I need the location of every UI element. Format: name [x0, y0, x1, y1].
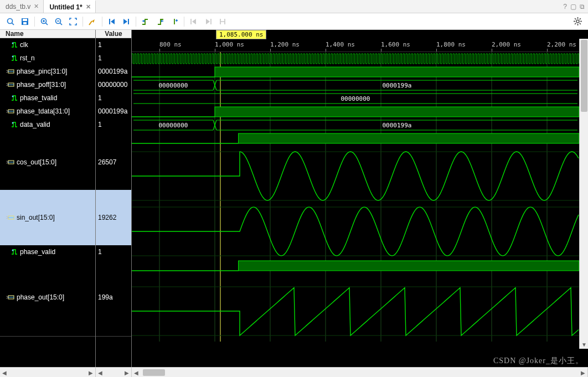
signal-row[interactable]: rst_n — [0, 51, 95, 65]
scroll-right-icon[interactable]: ▶ — [86, 368, 95, 377]
svg-marker-19 — [161, 20, 164, 22]
time-ruler[interactable]: 800 ns1,000 ns1,200 ns1,400 ns1,600 ns1,… — [132, 39, 588, 52]
zoom-fit-icon[interactable] — [66, 14, 80, 29]
toolbar-separator — [184, 17, 184, 27]
save-icon[interactable] — [18, 14, 32, 29]
zoom-out-icon[interactable] — [51, 14, 66, 29]
signal-value: 1 — [96, 51, 131, 65]
zoom-in-icon[interactable] — [37, 14, 51, 29]
ruler-tick: 1,200 ns — [270, 41, 300, 48]
prev-edge-icon[interactable] — [138, 14, 153, 29]
scroll-left-icon[interactable]: ◀ — [0, 368, 9, 377]
waveform-canvas[interactable]: 000000000000199a00000000000000000000199a — [132, 52, 588, 367]
help-icon[interactable]: ? — [563, 3, 567, 11]
svg-text:00000000: 00000000 — [159, 82, 188, 89]
svg-marker-15 — [111, 19, 115, 24]
scroll-right-icon[interactable]: ▶ — [122, 368, 131, 377]
settings-icon[interactable] — [570, 14, 585, 29]
svg-point-53 — [12, 250, 14, 251]
signal-label: phase_tvalid — [20, 94, 57, 102]
watermark: CSDN @Joker_是小王。 — [493, 356, 584, 366]
svg-rect-75 — [239, 133, 580, 143]
toolbar-separator — [102, 17, 102, 27]
prev-marker-icon[interactable] — [187, 14, 201, 29]
signal-label: phase_valid — [20, 248, 55, 256]
svg-line-1 — [12, 23, 14, 25]
goto-cursor-icon[interactable] — [85, 14, 100, 29]
ruler-tick: 1,600 ns — [381, 41, 410, 48]
signal-row[interactable]: phase_valid — [0, 245, 95, 259]
signal-row[interactable]: data_valid — [0, 118, 95, 131]
close-icon[interactable]: ✕ — [34, 3, 39, 10]
name-column-scrollbar[interactable]: ◀ ▶ — [0, 368, 96, 377]
vertical-scrollbar[interactable]: ▲ ▼ — [579, 39, 588, 349]
svg-text:0000199a: 0000199a — [383, 122, 412, 129]
signal-label: phase_tdata[31:0] — [17, 107, 70, 115]
popout-icon[interactable]: ⧉ — [580, 3, 585, 11]
waveform-area[interactable]: 1,085.000 ns 800 ns1,000 ns1,200 ns1,400… — [132, 30, 588, 367]
tab-tools: ? ▢ ⧉ — [563, 0, 588, 13]
close-icon[interactable]: ✕ — [86, 3, 91, 11]
svg-point-45 — [12, 96, 14, 97]
signal-row[interactable]: phase_out[15:0] — [0, 270, 95, 325]
scroll-left-icon[interactable]: ◀ — [132, 368, 141, 377]
svg-text:00000000: 00000000 — [341, 95, 370, 102]
svg-marker-23 — [192, 19, 196, 24]
scrollbar-thumb[interactable] — [143, 369, 165, 376]
scroll-left-icon[interactable]: ◀ — [96, 368, 105, 377]
signal-row[interactable]: clk — [0, 38, 95, 51]
signal-row[interactable]: cos_out[15:0] — [0, 135, 95, 190]
signal-label: rst_n — [20, 54, 35, 62]
tab-dds-tb[interactable]: dds_tb.v ✕ — [0, 0, 44, 13]
svg-line-37 — [579, 18, 580, 19]
tab-untitled-1[interactable]: Untitled 1* ✕ — [44, 0, 95, 13]
signal-value: 1 — [96, 118, 131, 131]
svg-marker-13 — [92, 19, 95, 23]
scrollbar-thumb[interactable] — [581, 40, 587, 112]
toolbar — [0, 13, 588, 30]
maximize-icon[interactable]: ▢ — [570, 3, 576, 11]
signal-row[interactable]: phase_tvalid — [0, 91, 95, 105]
svg-text:0000199a: 0000199a — [383, 82, 412, 89]
signal-row[interactable]: sin_out[15:0] — [0, 190, 95, 245]
goto-start-icon[interactable] — [105, 14, 119, 29]
svg-line-11 — [60, 23, 63, 25]
signal-label: sin_out[15:0] — [17, 214, 55, 221]
tab-label: Untitled 1* — [49, 3, 82, 11]
goto-end-icon[interactable] — [119, 14, 133, 29]
swap-markers-icon[interactable] — [215, 14, 230, 29]
value-column: Value 110000199a0000000010000199a1265071… — [96, 30, 132, 367]
value-column-scrollbar[interactable]: ◀ ▶ — [96, 368, 132, 377]
add-marker-icon[interactable] — [167, 14, 182, 29]
signal-value: 1 — [96, 245, 131, 259]
scroll-right-icon[interactable]: ▶ — [579, 368, 587, 377]
svg-rect-81 — [239, 261, 580, 271]
scroll-down-icon[interactable]: ▼ — [580, 340, 588, 349]
signal-value: 199a — [96, 270, 131, 325]
svg-point-48 — [12, 122, 14, 124]
signal-label: clk — [20, 41, 28, 49]
signal-value: 0000199a — [96, 105, 131, 118]
signal-row[interactable]: phase_poff[31:0] — [0, 78, 95, 91]
signal-row[interactable]: phase_tdata[31:0] — [0, 105, 95, 118]
signal-row[interactable]: phase_pinc[31:0] — [0, 65, 95, 78]
ruler-tick: 2,000 ns — [492, 41, 521, 48]
svg-line-36 — [579, 23, 580, 24]
search-icon[interactable] — [3, 14, 18, 29]
toolbar-separator — [34, 17, 35, 27]
svg-line-8 — [46, 23, 48, 25]
value-column-header[interactable]: Value — [96, 30, 131, 38]
signal-label: data_valid — [20, 121, 50, 128]
main-area: Name clk rst_n phase_pinc[31:0] phase_po… — [0, 30, 588, 367]
wave-area-scrollbar[interactable]: ◀ ▶ — [132, 368, 588, 377]
svg-point-39 — [12, 43, 14, 44]
next-edge-icon[interactable] — [153, 14, 167, 29]
ruler-tick: 1,400 ns — [326, 41, 355, 48]
toolbar-separator — [136, 17, 136, 27]
signal-value: 00000000 — [96, 78, 131, 91]
next-marker-icon[interactable] — [201, 14, 215, 29]
cursor-time-label[interactable]: 1,085.000 ns — [216, 30, 266, 39]
name-column-header[interactable]: Name — [0, 30, 95, 38]
tab-label: dds_tb.v — [6, 3, 30, 11]
svg-marker-18 — [142, 20, 145, 22]
